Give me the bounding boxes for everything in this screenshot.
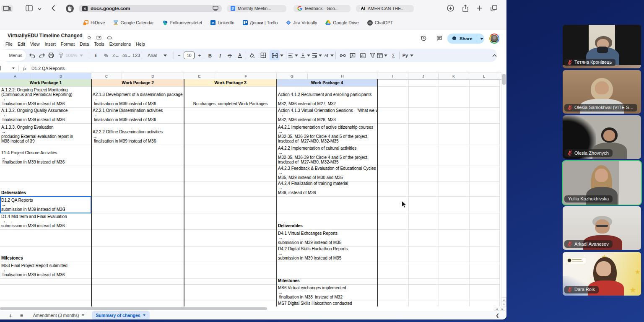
- insert-table-button[interactable]: [377, 49, 387, 62]
- bookmark-item[interactable]: HiDrive: [83, 20, 105, 26]
- scroll-right-button[interactable]: ▶: [500, 307, 505, 311]
- formula-input[interactable]: D1.2 QA Reports: [31, 66, 65, 71]
- menu-tools[interactable]: Tools: [94, 42, 104, 47]
- zoom-select[interactable]: 100%: [66, 49, 82, 62]
- vertical-scrollbar-thumb[interactable]: [502, 74, 506, 85]
- sheet-cell[interactable]: No changes, completed Work Packages: [184, 86, 277, 107]
- column-header-A[interactable]: A: [0, 73, 31, 79]
- more-formats-button[interactable]: 123: [132, 49, 141, 62]
- sheet-cell[interactable]: MS7 Digital Skills Hakcathon conducted: [277, 301, 377, 306]
- column-header-D[interactable]: D: [122, 73, 184, 79]
- undo-button[interactable]: [28, 49, 36, 62]
- print-button[interactable]: [47, 49, 55, 62]
- font-family-select[interactable]: Arial: [144, 49, 170, 62]
- column-header-H[interactable]: H: [308, 73, 377, 79]
- scroll-left-button[interactable]: ◀: [494, 307, 499, 311]
- sheet-cell[interactable]: Milestones: [277, 278, 377, 284]
- strikethrough-button[interactable]: S: [226, 49, 234, 62]
- menu-file[interactable]: File: [5, 42, 13, 47]
- sheet-tab-caret[interactable]: [143, 314, 145, 316]
- column-header-G[interactable]: G: [277, 73, 308, 79]
- column-header-F[interactable]: F: [215, 73, 277, 79]
- insert-link-button[interactable]: [338, 49, 347, 62]
- column-header-E[interactable]: E: [184, 73, 215, 79]
- sheet-cell[interactable]: A2.2.1 Online Dissemination activities→ …: [91, 107, 184, 124]
- version-history-icon[interactable]: [421, 35, 427, 43]
- column-header-L[interactable]: L: [469, 73, 499, 79]
- address-bar[interactable]: docs.google.com: [79, 5, 222, 13]
- sheet-tab[interactable]: Amendment (3 months): [29, 311, 88, 319]
- wp-header-wp3[interactable]: Work Package 3: [184, 79, 277, 86]
- sheet-tab[interactable]: Summary of changes: [92, 311, 150, 319]
- column-header-C[interactable]: C: [91, 73, 122, 79]
- scroll-down-button[interactable]: ▼: [501, 302, 506, 306]
- text-wrap-button[interactable]: [312, 49, 322, 62]
- back-button[interactable]: [51, 5, 56, 12]
- spreadsheet-grid[interactable]: ABCDEFGHIJKLWork Package 1A.1.2.2: Ongoi…: [0, 73, 501, 306]
- column-header-I[interactable]: I: [377, 73, 408, 79]
- bookmark-item[interactable]: ChatGPT: [367, 20, 393, 26]
- sidebar-chevron-button[interactable]: [38, 5, 42, 13]
- sheet-cell[interactable]: MS6 Virtual exchanges implemented→ final…: [277, 284, 377, 301]
- scroll-up-button[interactable]: ▲: [501, 297, 506, 302]
- bookmark-item[interactable]: 31Google Calendar: [113, 20, 153, 25]
- menu-edit[interactable]: Edit: [18, 42, 25, 47]
- bookmark-item[interactable]: Jira Virtually: [286, 20, 317, 25]
- account-avatar[interactable]: [489, 34, 499, 44]
- sheet-cell[interactable]: D4.1 Virtual Exhcanges Reports→submissio…: [277, 229, 377, 247]
- browser-tab[interactable]: Monthly Meetin...: [227, 5, 286, 13]
- sheet-cell[interactable]: Deliverables: [0, 181, 91, 196]
- increase-font-size-button[interactable]: +: [196, 49, 203, 62]
- share-button[interactable]: Share: [447, 34, 484, 44]
- sheet-cell[interactable]: Action 4.1.3 Virtual Orientation Session…: [277, 107, 377, 124]
- decrease-decimals-button[interactable]: .0←: [111, 49, 120, 62]
- participant-tile[interactable]: Arkadi Avanesov: [563, 206, 641, 250]
- share-dropdown-caret[interactable]: [480, 38, 483, 40]
- document-title[interactable]: VirtuallyEDU Timeline Changed: [8, 33, 83, 39]
- bookmark-item[interactable]: Дошки | Trello: [243, 20, 278, 25]
- search-menus-button[interactable]: Menus: [0, 50, 26, 61]
- collapse-toolbar-button[interactable]: [490, 49, 499, 62]
- sheet-cell[interactable]: A.1.2.2: Ongoing Project Monitoring(Cont…: [0, 86, 91, 107]
- format-percent-button[interactable]: %: [102, 49, 110, 62]
- merge-cells-button[interactable]: [270, 50, 280, 60]
- sheet-cell[interactable]: A.1.3.2. Ongoing Quality Assurance→ fina…: [0, 107, 91, 124]
- sheet-cell[interactable]: Deliverables: [277, 213, 377, 229]
- sheet-cell[interactable]: T1.4 Project Closure Acrivities→ finalis…: [0, 145, 91, 166]
- plus-button[interactable]: [476, 4, 485, 12]
- comment-icon[interactable]: [436, 35, 442, 43]
- sheet-cell[interactable]: Milestones: [0, 246, 91, 262]
- add-sheet-button[interactable]: +: [9, 312, 13, 319]
- column-header-K[interactable]: K: [439, 73, 469, 79]
- menu-insert[interactable]: Insert: [45, 42, 56, 47]
- font-size-input[interactable]: 10: [184, 52, 195, 59]
- sheet-tab-caret[interactable]: [82, 314, 84, 316]
- fill-color-button[interactable]: [248, 49, 256, 62]
- browser-tab[interactable]: AMERICAN THE...: [356, 5, 414, 13]
- redo-button[interactable]: [38, 49, 46, 62]
- insert-chart-button[interactable]: [358, 49, 367, 62]
- participant-tile[interactable]: ★ ★ ★ Dara Roik: [563, 252, 641, 296]
- profile-button[interactable]: [1, 4, 14, 13]
- move-folder-icon[interactable]: [96, 34, 101, 42]
- wp-header-wp1[interactable]: Work Package 1: [0, 79, 91, 86]
- sheet-cell[interactable]: A2.2.2 Offline Dissemination activities→…: [91, 123, 184, 145]
- reader-icon[interactable]: [213, 6, 218, 11]
- merge-cells-caret[interactable]: [280, 49, 283, 62]
- increase-decimals-button[interactable]: .00→: [122, 49, 131, 62]
- vertical-scrollbar[interactable]: [501, 73, 506, 306]
- menu-format[interactable]: Format: [61, 42, 75, 47]
- sheet-cell[interactable]: Action 4.1.2 Recruitment and enrolling p…: [277, 86, 377, 107]
- bookmark-item[interactable]: Google Drive: [325, 20, 358, 25]
- functions-button[interactable]: Σ: [389, 49, 397, 62]
- name-box-caret[interactable]: [12, 68, 15, 69]
- wp-header-wp2[interactable]: Work Package 2: [91, 79, 184, 86]
- bold-button[interactable]: B: [206, 49, 214, 62]
- wp-header-wp4[interactable]: Work Package 4: [277, 79, 377, 86]
- participant-tile[interactable]: Yuliia Kozhukhivska: [563, 161, 641, 205]
- star-icon[interactable]: [87, 34, 91, 42]
- bookmark-item[interactable]: Folkuniversitetet: [162, 20, 202, 26]
- browser-tab[interactable]: feedback - Goo...: [293, 5, 351, 13]
- bookmark-item[interactable]: inLinkedIn: [210, 20, 234, 25]
- sidebar-button[interactable]: [26, 5, 33, 12]
